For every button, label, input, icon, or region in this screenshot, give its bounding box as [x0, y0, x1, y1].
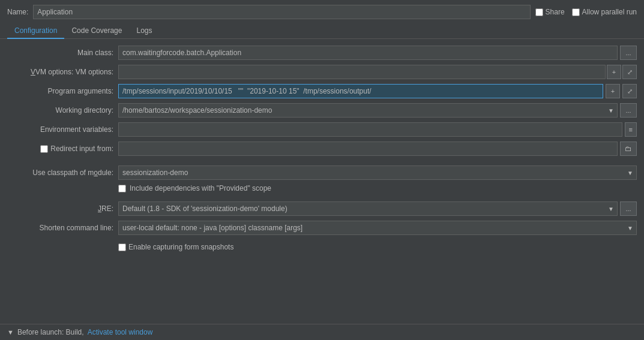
classpath-module-select[interactable]: sessionization-demo	[118, 166, 637, 180]
vm-options-label: VVM options: VM options:	[7, 68, 118, 76]
main-class-input[interactable]	[118, 46, 618, 60]
classpath-module-row: Use classpath of module: sessionization-…	[7, 165, 637, 180]
redirect-browse-button[interactable]: 🗀	[620, 142, 637, 156]
vm-options-expand-button[interactable]: +	[607, 65, 621, 79]
redirect-input-field[interactable]	[118, 142, 618, 156]
working-dir-browse-button[interactable]: ...	[620, 103, 637, 118]
shorten-cmdline-label: Shorten command line:	[7, 224, 118, 232]
env-vars-edit-button[interactable]: ≡	[625, 122, 637, 137]
main-class-label: Main class:	[7, 49, 118, 57]
enable-snapshots-row: Enable capturing form snapshots	[7, 239, 637, 255]
main-class-row: Main class: ...	[7, 45, 637, 61]
main-class-browse-button[interactable]: ...	[620, 46, 637, 60]
vm-options-row: VVM options: VM options: + ⤢	[7, 64, 637, 80]
classpath-module-label: Use classpath of module:	[7, 169, 118, 177]
redirect-input-label: Redirect input from:	[7, 145, 118, 153]
redirect-input-row: Redirect input from: 🗀	[7, 141, 637, 157]
program-args-label: Program arguments:	[7, 87, 118, 95]
name-input[interactable]	[33, 5, 530, 19]
working-dir-input[interactable]	[118, 103, 618, 118]
vm-options-fullscreen-button[interactable]: ⤢	[622, 65, 637, 79]
program-args-row: Program arguments: + ⤢	[7, 83, 637, 99]
before-launch-text: Before launch: Build,	[17, 328, 84, 336]
enable-snapshots-checkbox[interactable]	[118, 243, 126, 251]
shorten-cmdline-row: Shorten command line: user-local default…	[7, 220, 637, 236]
program-args-expand-button[interactable]: +	[606, 84, 620, 98]
shorten-cmdline-select[interactable]: user-local default: none - java [options…	[118, 221, 637, 235]
share-checkbox[interactable]	[535, 8, 543, 16]
configuration-panel: Main class: ... VVM options: VM options:…	[0, 39, 644, 324]
jre-browse-button[interactable]: ...	[620, 201, 637, 216]
enable-snapshots-label: Enable capturing form snapshots	[128, 243, 233, 251]
tab-code-coverage[interactable]: Code Coverage	[64, 23, 129, 39]
include-deps-row: Include dependencies with "Provided" sco…	[118, 184, 637, 192]
name-label: Name:	[7, 8, 28, 16]
redirect-input-checkbox[interactable]	[40, 145, 48, 153]
program-args-fullscreen-button[interactable]: ⤢	[622, 84, 637, 98]
jre-row: JRE: Default (1.8 - SDK of 'sessionizati…	[7, 201, 637, 216]
parallel-run-checkbox[interactable]	[572, 8, 580, 16]
share-checkbox-label[interactable]: Share	[535, 8, 565, 16]
include-deps-label: Include dependencies with "Provided" sco…	[130, 184, 271, 192]
jre-label: JRE:	[7, 204, 118, 213]
tabs: Configuration Code Coverage Logs	[0, 23, 644, 39]
share-label: Share	[546, 8, 565, 16]
activate-tool-window-link[interactable]: Activate tool window	[88, 328, 153, 336]
vm-options-input[interactable]	[118, 65, 606, 79]
env-vars-input[interactable]	[118, 122, 622, 137]
include-deps-checkbox[interactable]	[118, 185, 126, 192]
env-vars-label: Environment variables:	[7, 125, 118, 134]
footer: ▼ Before launch: Build, Activate tool wi…	[0, 324, 644, 340]
working-dir-label: Working directory:	[7, 106, 118, 115]
parallel-run-label: Allow parallel run	[582, 8, 637, 16]
tab-configuration[interactable]: Configuration	[7, 23, 64, 39]
footer-expand-icon[interactable]: ▼	[7, 329, 14, 336]
env-vars-row: Environment variables: ≡	[7, 122, 637, 137]
jre-select[interactable]: Default (1.8 - SDK of 'sessionization-de…	[118, 201, 618, 216]
program-args-input[interactable]	[118, 84, 603, 98]
parallel-run-checkbox-label[interactable]: Allow parallel run	[572, 8, 637, 16]
working-dir-row: Working directory: ▼ ...	[7, 103, 637, 118]
tab-logs[interactable]: Logs	[129, 23, 159, 39]
